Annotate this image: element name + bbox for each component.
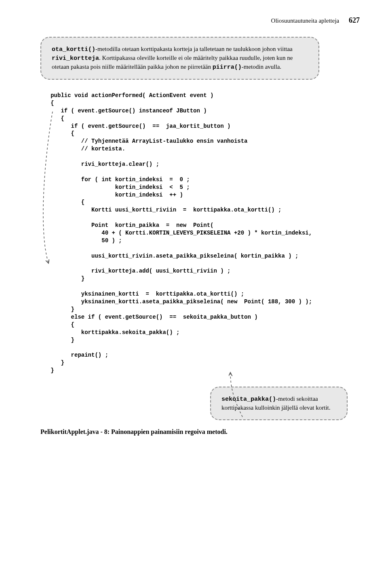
code-line: kortin_indeksi < 5 ; <box>40 184 190 190</box>
code-token: rivi_kortteja <box>52 55 99 62</box>
running-header: Oliosuuntautuneita apletteja 627 <box>40 16 360 25</box>
code-line: { <box>40 130 74 137</box>
callout-text: -metodin avulla. <box>242 63 281 70</box>
code-line: Point kortin_paikka = new Point( <box>40 222 213 228</box>
code-line: repaint() ; <box>40 352 108 358</box>
code-line: else if ( event.getSource() == sekoita_p… <box>40 314 258 320</box>
code-line: uusi_kortti_riviin.aseta_paikka_pikselei… <box>40 253 299 259</box>
code-line: } <box>40 360 64 366</box>
code-line: for ( int kortin_indeksi = 0 ; <box>40 176 190 183</box>
code-line: if ( event.getSource() == jaa_kortit_but… <box>40 123 230 129</box>
code-line: if ( event.getSource() instanceof JButto… <box>40 108 207 114</box>
code-token: ota_kortti() <box>52 46 95 53</box>
code-line: // korteista. <box>40 146 125 152</box>
code-line: // Tyhjennetää ArrayList-taulukko ensin … <box>40 138 247 144</box>
code-line: korttipakka.sekoita_pakka() ; <box>40 329 179 336</box>
code-line: { <box>40 321 74 328</box>
header-title: Oliosuuntautuneita apletteja <box>271 17 340 24</box>
code-line: rivi_kortteja.clear() ; <box>40 161 159 167</box>
code-line: yksinainen_kortti.aseta_paikka_pikselein… <box>40 298 312 305</box>
code-line: rivi_kortteja.add( uusi_kortti_riviin ) … <box>40 268 230 274</box>
code-line: public void actionPerformed( ActionEvent… <box>40 92 213 99</box>
code-token: piirra() <box>213 64 242 71</box>
code-line: } <box>40 275 84 282</box>
code-line: } <box>40 337 74 343</box>
code-token: sekoita_pakka() <box>221 396 276 403</box>
code-line: { <box>40 100 54 106</box>
code-line: { <box>40 199 84 205</box>
code-line: 40 + ( Kortti.KORTIN_LEVEYS_PIKSELEINA +… <box>40 230 312 236</box>
code-line: 50 ) ; <box>40 237 122 244</box>
callout-text: -metodilla otetaan korttipakasta korttej… <box>95 46 293 52</box>
code-line: kortin_indeksi ++ ) <box>40 192 183 198</box>
page-number: 627 <box>349 16 360 24</box>
code-line: Kortti uusi_kortti_riviin = korttipakka.… <box>40 207 282 213</box>
figure-caption: PelikortitApplet.java - 8: Painonappien … <box>40 428 360 436</box>
code-block: public void actionPerformed( ActionEvent… <box>40 92 360 374</box>
code-line: yksinainen_kortti = korttipakka.ota_kort… <box>40 291 244 297</box>
code-line: } <box>40 367 54 374</box>
code-line: { <box>40 115 64 122</box>
code-line: } <box>40 306 74 313</box>
callout-box-top: ota_kortti()-metodilla otetaan korttipak… <box>40 37 319 80</box>
callout-box-bottom: sekoita_pakka()-metodi sekoittaa korttip… <box>210 387 348 420</box>
